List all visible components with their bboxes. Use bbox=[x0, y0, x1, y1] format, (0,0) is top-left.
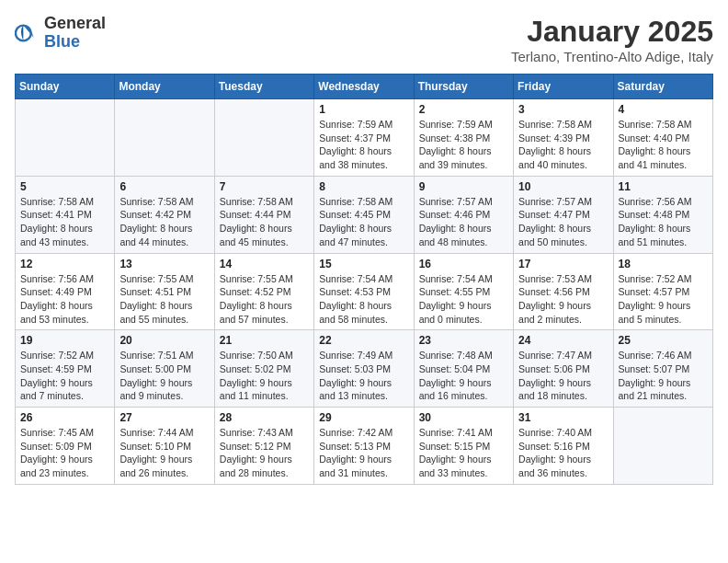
day-number: 5 bbox=[20, 180, 109, 193]
day-number: 17 bbox=[518, 258, 608, 270]
calendar-cell: 14Sunrise: 7:55 AMSunset: 4:52 PMDayligh… bbox=[214, 253, 313, 330]
day-number: 1 bbox=[319, 103, 408, 116]
day-info: Sunrise: 7:47 AMSunset: 5:06 PMDaylight:… bbox=[518, 349, 608, 403]
location-subtitle: Terlano, Trentino-Alto Adige, Italy bbox=[511, 49, 713, 64]
weekday-header: Friday bbox=[514, 75, 613, 99]
day-info: Sunrise: 7:41 AMSunset: 5:15 PMDaylight:… bbox=[419, 426, 508, 480]
logo: General Blue bbox=[15, 15, 106, 52]
calendar-cell: 2Sunrise: 7:59 AMSunset: 4:38 PMDaylight… bbox=[414, 99, 513, 177]
day-info: Sunrise: 7:42 AMSunset: 5:13 PMDaylight:… bbox=[319, 426, 408, 480]
calendar-cell: 12Sunrise: 7:56 AMSunset: 4:49 PMDayligh… bbox=[16, 253, 115, 330]
calendar-cell bbox=[16, 99, 115, 177]
logo-text: General Blue bbox=[44, 15, 106, 52]
calendar-cell: 29Sunrise: 7:42 AMSunset: 5:13 PMDayligh… bbox=[314, 408, 414, 485]
weekday-header: Sunday bbox=[16, 75, 115, 99]
day-info: Sunrise: 7:57 AMSunset: 4:47 PMDaylight:… bbox=[518, 195, 608, 249]
calendar-cell: 18Sunrise: 7:52 AMSunset: 4:57 PMDayligh… bbox=[613, 253, 712, 330]
day-info: Sunrise: 7:45 AMSunset: 5:09 PMDaylight:… bbox=[20, 426, 109, 480]
day-info: Sunrise: 7:46 AMSunset: 5:07 PMDaylight:… bbox=[619, 349, 708, 403]
day-info: Sunrise: 7:59 AMSunset: 4:38 PMDaylight:… bbox=[419, 118, 508, 172]
day-info: Sunrise: 7:59 AMSunset: 4:37 PMDaylight:… bbox=[319, 118, 408, 172]
day-info: Sunrise: 7:50 AMSunset: 5:02 PMDaylight:… bbox=[220, 349, 309, 403]
calendar-cell: 11Sunrise: 7:56 AMSunset: 4:48 PMDayligh… bbox=[613, 176, 712, 253]
day-number: 15 bbox=[319, 258, 408, 270]
calendar-week-row: 12Sunrise: 7:56 AMSunset: 4:49 PMDayligh… bbox=[16, 253, 713, 330]
calendar-cell: 19Sunrise: 7:52 AMSunset: 4:59 PMDayligh… bbox=[16, 330, 115, 408]
calendar-week-row: 1Sunrise: 7:59 AMSunset: 4:37 PMDaylight… bbox=[16, 99, 713, 177]
calendar-cell: 27Sunrise: 7:44 AMSunset: 5:10 PMDayligh… bbox=[115, 408, 214, 485]
day-info: Sunrise: 7:58 AMSunset: 4:39 PMDaylight:… bbox=[518, 118, 608, 172]
weekday-header: Thursday bbox=[414, 75, 513, 99]
day-info: Sunrise: 7:56 AMSunset: 4:48 PMDaylight:… bbox=[619, 195, 708, 249]
day-info: Sunrise: 7:54 AMSunset: 4:53 PMDaylight:… bbox=[319, 272, 408, 327]
calendar-cell: 7Sunrise: 7:58 AMSunset: 4:44 PMDaylight… bbox=[214, 176, 313, 253]
page-header: General Blue January 2025 Terlano, Trent… bbox=[15, 15, 713, 64]
day-number: 27 bbox=[119, 411, 209, 424]
calendar-week-row: 26Sunrise: 7:45 AMSunset: 5:09 PMDayligh… bbox=[16, 408, 713, 485]
day-info: Sunrise: 7:49 AMSunset: 5:03 PMDaylight:… bbox=[319, 349, 408, 403]
calendar-week-row: 5Sunrise: 7:58 AMSunset: 4:41 PMDaylight… bbox=[16, 176, 713, 253]
day-info: Sunrise: 7:58 AMSunset: 4:40 PMDaylight:… bbox=[619, 118, 708, 172]
calendar-week-row: 19Sunrise: 7:52 AMSunset: 4:59 PMDayligh… bbox=[16, 330, 713, 408]
calendar-cell: 3Sunrise: 7:58 AMSunset: 4:39 PMDaylight… bbox=[514, 99, 613, 177]
day-number: 10 bbox=[518, 180, 608, 193]
calendar-cell: 23Sunrise: 7:48 AMSunset: 5:04 PMDayligh… bbox=[414, 330, 513, 408]
weekday-header: Monday bbox=[115, 75, 214, 99]
calendar-cell: 13Sunrise: 7:55 AMSunset: 4:51 PMDayligh… bbox=[115, 253, 214, 330]
day-number: 23 bbox=[419, 334, 508, 347]
calendar-cell: 31Sunrise: 7:40 AMSunset: 5:16 PMDayligh… bbox=[514, 408, 613, 485]
calendar-header-row: SundayMondayTuesdayWednesdayThursdayFrid… bbox=[16, 75, 713, 99]
day-number: 22 bbox=[319, 334, 408, 347]
calendar-cell: 9Sunrise: 7:57 AMSunset: 4:46 PMDaylight… bbox=[414, 176, 513, 253]
day-number: 26 bbox=[20, 411, 109, 424]
calendar-cell: 25Sunrise: 7:46 AMSunset: 5:07 PMDayligh… bbox=[613, 330, 712, 408]
day-number: 13 bbox=[119, 258, 209, 270]
day-info: Sunrise: 7:53 AMSunset: 4:56 PMDaylight:… bbox=[518, 272, 608, 327]
day-info: Sunrise: 7:52 AMSunset: 4:59 PMDaylight:… bbox=[20, 349, 109, 403]
calendar-cell: 8Sunrise: 7:58 AMSunset: 4:45 PMDaylight… bbox=[314, 176, 414, 253]
calendar-cell: 4Sunrise: 7:58 AMSunset: 4:40 PMDaylight… bbox=[613, 99, 712, 177]
calendar-cell bbox=[613, 408, 712, 485]
day-info: Sunrise: 7:55 AMSunset: 4:52 PMDaylight:… bbox=[220, 272, 309, 327]
logo-icon bbox=[15, 20, 40, 46]
calendar-cell: 15Sunrise: 7:54 AMSunset: 4:53 PMDayligh… bbox=[314, 253, 414, 330]
calendar-cell: 17Sunrise: 7:53 AMSunset: 4:56 PMDayligh… bbox=[514, 253, 613, 330]
day-info: Sunrise: 7:58 AMSunset: 4:45 PMDaylight:… bbox=[319, 195, 408, 249]
day-number: 24 bbox=[518, 334, 608, 347]
calendar-cell: 21Sunrise: 7:50 AMSunset: 5:02 PMDayligh… bbox=[214, 330, 313, 408]
day-number: 9 bbox=[419, 180, 508, 193]
day-info: Sunrise: 7:58 AMSunset: 4:41 PMDaylight:… bbox=[20, 195, 109, 249]
calendar-cell bbox=[214, 99, 313, 177]
day-info: Sunrise: 7:55 AMSunset: 4:51 PMDaylight:… bbox=[119, 272, 209, 327]
day-number: 14 bbox=[220, 258, 309, 270]
weekday-header: Wednesday bbox=[314, 75, 414, 99]
day-info: Sunrise: 7:48 AMSunset: 5:04 PMDaylight:… bbox=[419, 349, 508, 403]
calendar-cell bbox=[115, 99, 214, 177]
month-title: January 2025 bbox=[511, 15, 713, 49]
calendar-cell: 10Sunrise: 7:57 AMSunset: 4:47 PMDayligh… bbox=[514, 176, 613, 253]
day-number: 29 bbox=[319, 411, 408, 424]
day-number: 8 bbox=[319, 180, 408, 193]
day-info: Sunrise: 7:57 AMSunset: 4:46 PMDaylight:… bbox=[419, 195, 508, 249]
day-info: Sunrise: 7:52 AMSunset: 4:57 PMDaylight:… bbox=[619, 272, 708, 327]
calendar-cell: 1Sunrise: 7:59 AMSunset: 4:37 PMDaylight… bbox=[314, 99, 414, 177]
day-number: 28 bbox=[220, 411, 309, 424]
day-number: 31 bbox=[518, 411, 608, 424]
calendar-cell: 28Sunrise: 7:43 AMSunset: 5:12 PMDayligh… bbox=[214, 408, 313, 485]
calendar-cell: 6Sunrise: 7:58 AMSunset: 4:42 PMDaylight… bbox=[115, 176, 214, 253]
day-number: 4 bbox=[619, 103, 708, 116]
day-number: 7 bbox=[220, 180, 309, 193]
calendar-cell: 5Sunrise: 7:58 AMSunset: 4:41 PMDaylight… bbox=[16, 176, 115, 253]
day-number: 2 bbox=[419, 103, 508, 116]
calendar-cell: 16Sunrise: 7:54 AMSunset: 4:55 PMDayligh… bbox=[414, 253, 513, 330]
weekday-header: Saturday bbox=[613, 75, 712, 99]
title-area: January 2025 Terlano, Trentino-Alto Adig… bbox=[511, 15, 713, 64]
day-number: 18 bbox=[619, 258, 708, 270]
calendar-cell: 20Sunrise: 7:51 AMSunset: 5:00 PMDayligh… bbox=[115, 330, 214, 408]
day-number: 11 bbox=[619, 180, 708, 193]
day-info: Sunrise: 7:51 AMSunset: 5:00 PMDaylight:… bbox=[119, 349, 209, 403]
calendar-table: SundayMondayTuesdayWednesdayThursdayFrid… bbox=[15, 74, 713, 485]
calendar-cell: 30Sunrise: 7:41 AMSunset: 5:15 PMDayligh… bbox=[414, 408, 513, 485]
day-info: Sunrise: 7:56 AMSunset: 4:49 PMDaylight:… bbox=[20, 272, 109, 327]
day-number: 16 bbox=[419, 258, 508, 270]
